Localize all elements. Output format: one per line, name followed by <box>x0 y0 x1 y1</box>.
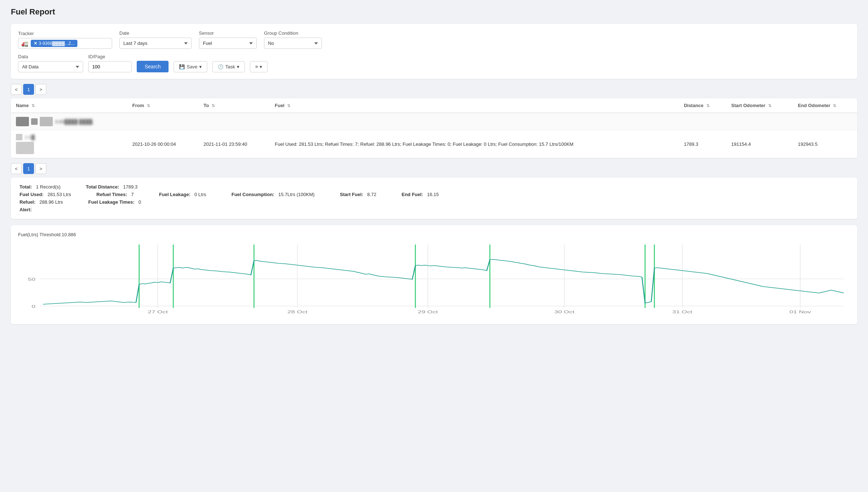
sort-from-icon: ⇅ <box>147 103 150 108</box>
fuel-used-item: Fuel Used: 281.53 Ltrs <box>20 192 82 197</box>
sensor-label: Sensor <box>199 30 257 36</box>
start-fuel-item: Start Fuel: 8.72 <box>340 192 387 197</box>
pagination-bottom: < 1 > <box>11 163 857 174</box>
date-select[interactable]: Last 7 days <box>119 38 192 49</box>
sort-end-odo-icon: ⇅ <box>833 103 836 108</box>
row-name-blurred: 3-9█ <box>25 135 35 140</box>
row-end-odo-cell: 192943.5 <box>793 130 857 158</box>
chart-title: Fuel(Ltrs) Threshold:10.886 <box>18 232 850 237</box>
group-name-cell: 3-93████ ████. <box>11 113 127 130</box>
refuel-times-label: Refuel Times: <box>97 192 127 197</box>
fuel-leakage-times-item: Fuel Leakage Times: 0 <box>88 199 152 205</box>
truck-icon: 🚛 <box>21 40 29 47</box>
task-icon: 🕐 <box>218 64 224 69</box>
group-condition-filter: Group Condition No <box>264 30 322 49</box>
x-label-30oct: 30 Oct <box>554 310 575 314</box>
fuel-chart: 0 50 27 Oct 28 Oct 29 Oct 30 Oct <box>18 241 850 321</box>
chart-panel: Fuel(Ltrs) Threshold:10.886 0 50 27 Oct … <box>11 225 857 324</box>
data-select[interactable]: All Data <box>18 61 83 72</box>
summary-line-3: Refuel: 288.96 Ltrs Fuel Leakage Times: … <box>20 199 848 205</box>
sort-distance-icon: ⇅ <box>706 103 710 108</box>
thumb-light-icon <box>40 117 53 126</box>
tracker-input-wrap[interactable]: 🚛 ✕ 3-9366▓▓▓▓...2... <box>18 38 112 49</box>
vehicle-thumbnail <box>16 142 34 154</box>
sensor-select[interactable]: Fuel <box>199 38 257 49</box>
sort-to-icon: ⇅ <box>212 103 215 108</box>
summary-rows: Total: 1 Record(s) Total Distance: 1789.… <box>20 184 848 212</box>
row-thumb-wrap: 3-9█ <box>16 134 122 140</box>
summary-line-1: Total: 1 Record(s) Total Distance: 1789.… <box>20 184 848 190</box>
thumb-sm-icon <box>31 118 38 125</box>
id-page-input[interactable] <box>88 61 132 72</box>
save-icon: 💾 <box>179 64 185 69</box>
fuel-consumption-item: Fuel Consumption: 15.7Ltrs (100KM) <box>231 192 326 197</box>
col-fuel[interactable]: Fuel ⇅ <box>270 98 679 113</box>
refuel-times-item: Refuel Times: 7 <box>97 192 145 197</box>
end-fuel-item: End Fuel: 16.15 <box>401 192 450 197</box>
page-number-button-bottom[interactable]: 1 <box>23 163 34 174</box>
tracker-tag[interactable]: ✕ 3-9366▓▓▓▓...2... <box>31 40 77 47</box>
fuel-leakage-item: Fuel Leakage: 0 Ltrs <box>159 192 217 197</box>
total-distance-value: 1789.3 <box>123 184 138 190</box>
end-fuel-label: End Fuel: <box>401 192 423 197</box>
summary-panel: Total: 1 Record(s) Total Distance: 1789.… <box>11 178 857 219</box>
summary-line-4: Alert: <box>20 207 848 212</box>
col-end-odometer[interactable]: End Odometer ⇅ <box>793 98 857 113</box>
id-page-label: ID/Page <box>88 54 132 59</box>
refuel-item: Refuel: 288.96 Ltrs <box>20 199 74 205</box>
close-x[interactable]: ✕ <box>34 41 37 46</box>
options-chevron-icon: ▾ <box>260 64 262 69</box>
fuel-line-path <box>43 259 844 304</box>
summary-line-2: Fuel Used: 281.53 Ltrs Refuel Times: 7 F… <box>20 192 848 197</box>
sort-start-odo-icon: ⇅ <box>768 103 771 108</box>
prev-page-button-bottom[interactable]: < <box>11 163 22 174</box>
table-row: 3-93████ ████. <box>11 113 857 130</box>
row-name-cell: 3-9█ <box>11 130 127 158</box>
x-label-28oct: 28 Oct <box>288 310 308 314</box>
page-number-button[interactable]: 1 <box>23 84 34 95</box>
data-table: Name ⇅ From ⇅ To ⇅ Fuel ⇅ Distance ⇅ Sta… <box>11 98 857 158</box>
group-condition-select[interactable]: No <box>264 38 322 49</box>
fuel-consumption-label: Fuel Consumption: <box>231 192 274 197</box>
x-label-29oct: 29 Oct <box>418 310 438 314</box>
start-fuel-label: Start Fuel: <box>340 192 363 197</box>
col-from[interactable]: From ⇅ <box>127 98 199 113</box>
next-page-button[interactable]: > <box>35 84 46 95</box>
y-label-50: 50 <box>28 277 35 281</box>
tracker-filter: Tracker 🚛 ✕ 3-9366▓▓▓▓...2... <box>18 31 112 49</box>
row-distance-cell: 1789.3 <box>679 130 726 158</box>
sensor-filter: Sensor Fuel <box>199 30 257 49</box>
options-button[interactable]: ≡ ▾ <box>250 61 268 72</box>
save-button[interactable]: 💾 Save ▾ <box>174 61 207 72</box>
col-distance[interactable]: Distance ⇅ <box>679 98 726 113</box>
page-title: Fuel Report <box>11 7 857 17</box>
fuel-leakage-label: Fuel Leakage: <box>159 192 191 197</box>
col-to[interactable]: To ⇅ <box>199 98 270 113</box>
row-start-odo-cell: 191154.4 <box>726 130 793 158</box>
search-button[interactable]: Search <box>137 61 169 72</box>
task-button[interactable]: 🕐 Task ▾ <box>212 61 245 72</box>
table-row: 3-9█ 2021-10-26 00:00:04 2021-11-01 23:5… <box>11 130 857 158</box>
fuel-leakage-times-label: Fuel Leakage Times: <box>88 199 135 205</box>
date-filter: Date Last 7 days <box>119 30 192 49</box>
fuel-used-label: Fuel Used: <box>20 192 43 197</box>
fuel-consumption-value: 15.7Ltrs (100KM) <box>278 192 314 197</box>
refuel-times-value: 7 <box>131 192 134 197</box>
row-fuel-cell: Fuel Used: 281.53 Ltrs; Refuel Times: 7;… <box>270 130 679 158</box>
y-label-0: 0 <box>32 304 36 309</box>
row-from-cell: 2021-10-26 00:00:04 <box>127 130 199 158</box>
end-fuel-value: 16.15 <box>427 192 439 197</box>
tracker-tag-text: 3-9366▓▓▓▓...2... <box>39 41 75 46</box>
start-fuel-value: 8.72 <box>367 192 376 197</box>
col-name[interactable]: Name ⇅ <box>11 98 127 113</box>
x-label-31oct: 31 Oct <box>672 310 693 314</box>
refuel-value: 288.96 Ltrs <box>39 199 63 205</box>
alert-label: Alert: <box>20 207 32 212</box>
col-start-odometer[interactable]: Start Odometer ⇅ <box>726 98 793 113</box>
prev-page-button[interactable]: < <box>11 84 22 95</box>
x-label-27oct: 27 Oct <box>148 310 168 314</box>
next-page-button-bottom[interactable]: > <box>35 163 46 174</box>
tracker-label: Tracker <box>18 31 112 36</box>
fuel-leakage-value: 0 Ltrs <box>194 192 206 197</box>
total-label: Total: <box>20 184 32 190</box>
